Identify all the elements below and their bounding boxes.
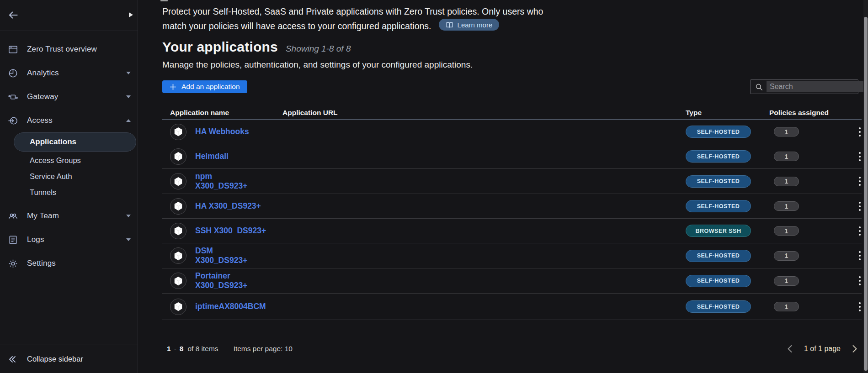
application-name-cell: DSM X300_DS923+ [162,243,282,268]
cube-icon [173,301,183,312]
application-name-cell: Portainer X300_DS923+ [162,268,282,293]
back-button[interactable] [5,7,21,23]
app-name-link[interactable]: HA X300_DS923+ [195,201,261,211]
applications-table: Application name Application URL Type Po… [162,106,862,320]
app-name-link[interactable]: DSM X300_DS923+ [195,246,247,265]
column-header-type: Type [686,109,769,117]
cube-icon [173,176,183,187]
policies-count-chip: 1 [774,276,799,286]
gear-icon [7,258,18,269]
application-name-cell: iptimeAX8004BCM [162,296,282,318]
intro-line2: match your policies will have access to … [162,21,431,31]
type-badge: SELF-HOSTED [686,300,751,313]
title-row: Your applications Showing 1-8 of 8 [162,39,351,55]
sidebar-item-tunnels[interactable]: Tunnels [0,184,138,200]
sidebar-item-label: Analytics [27,68,117,78]
application-name-cell: HA X300_DS923+ [162,195,282,217]
policies-cell: 1 [769,302,853,311]
intro-text: Protect your Self-Hosted, SaaS and Priva… [162,5,543,33]
double-chevron-left-icon [7,354,17,364]
app-avatar [170,148,186,165]
app-name-link[interactable]: npm X300_DS923+ [195,172,247,191]
app-name-link[interactable]: Heimdall [195,152,229,161]
search-input[interactable] [767,81,868,92]
policies-cell: 1 [769,152,853,161]
table-row: HA Webhooks SELF-HOSTED 1 [162,120,862,144]
cube-icon [173,126,183,137]
sidebar-header [0,0,138,31]
sidebar-item-logs[interactable]: Logs [0,228,138,252]
app-name-link[interactable]: SSH X300_DS923+ [195,226,266,236]
type-badge: SELF-HOSTED [686,150,751,163]
previous-page-button[interactable] [785,344,795,354]
sidebar-item-access-groups[interactable]: Access Groups [0,152,138,168]
sidebar-item-label: Zero Trust overview [27,45,131,54]
range-dash: - [174,345,176,353]
access-submenu: Applications Access Groups Service Auth … [0,132,138,200]
policies-cell: 1 [769,276,853,286]
learn-more-button[interactable]: Learn more [439,19,500,31]
cube-icon [173,226,183,236]
type-cell: SELF-HOSTED [686,250,769,262]
table-row: HA X300_DS923+ SELF-HOSTED 1 [162,194,862,219]
application-name-cell: Heimdall [162,146,282,168]
intro-line1: Protect your Self-Hosted, SaaS and Priva… [162,6,543,16]
chevron-left-icon [787,345,793,353]
triangle-right-icon [129,12,133,17]
sidebar-item-analytics[interactable]: Analytics [0,61,138,85]
chevron-down-icon [126,238,131,242]
app-name-link[interactable]: Portainer X300_DS923+ [195,271,247,290]
sidebar-item-my-team[interactable]: My Team [0,204,138,228]
sidebar-item-settings[interactable]: Settings [0,252,138,275]
vertical-scrollbar[interactable] [863,0,868,373]
next-page-button[interactable] [850,344,860,354]
sidebar-subitem-label: Access Groups [30,156,81,165]
type-cell: SELF-HOSTED [686,150,769,163]
policies-cell: 1 [769,201,853,211]
type-cell: SELF-HOSTED [686,275,769,287]
app-avatar [170,273,186,289]
collapse-sidebar-button[interactable]: Collapse sidebar [0,345,138,373]
items-per-page[interactable]: Items per page: 10 [234,345,293,353]
chevron-right-icon [852,345,858,353]
gateway-icon [7,91,18,102]
policies-count-chip: 1 [774,152,799,161]
sidebar-item-zero-trust-overview[interactable]: Zero Trust overview [0,37,138,61]
sidebar-item-access[interactable]: Access [0,109,138,132]
column-header-application-name: Application name [162,109,282,117]
app-name-link[interactable]: iptimeAX8004BCM [195,302,266,311]
team-icon [7,210,18,221]
table-footer: 1 - 8 of 8 items Items per page: 10 1 of… [162,337,862,360]
page-info: 1 of 1 page [804,345,841,353]
sidebar-item-gateway[interactable]: Gateway [0,85,138,109]
policies-cell: 1 [769,226,853,236]
sidebar-item-service-auth[interactable]: Service Auth [0,168,138,184]
showing-count: Showing 1-8 of 8 [286,44,351,54]
type-badge: SELF-HOSTED [686,175,751,188]
learn-more-label: Learn more [458,21,493,29]
search-box [750,79,858,94]
range-start: 1 [167,345,171,353]
table-row: Heimdall SELF-HOSTED 1 [162,144,862,169]
page-title: Your applications [162,39,278,55]
add-application-button[interactable]: Add an application [162,80,247,93]
sidebar-expand-handle[interactable] [127,11,134,18]
app-name-link[interactable]: HA Webhooks [195,127,249,137]
column-header-application-url: Application URL [282,109,686,117]
policies-cell: 1 [769,177,853,186]
app-name-line1: iptimeAX8004BCM [195,302,266,311]
access-login-icon [7,115,18,126]
policies-cell: 1 [769,127,853,137]
chevron-down-icon [126,95,131,99]
table-row: DSM X300_DS923+ SELF-HOSTED 1 [162,243,862,268]
pagination-summary: 1 - 8 of 8 items Items per page: 10 [167,344,293,354]
table-row: SSH X300_DS923+ BROWSER SSH 1 [162,219,862,243]
type-badge: SELF-HOSTED [686,250,751,262]
app-name-line1: Heimdall [195,152,229,161]
policies-count-chip: 1 [774,127,799,137]
sidebar-item-label: Access [27,116,117,125]
sidebar-item-applications[interactable]: Applications [14,132,136,152]
scrollbar-thumb[interactable] [864,17,868,371]
book-icon [446,21,453,28]
app-name-line2: X300_DS923+ [195,256,247,265]
